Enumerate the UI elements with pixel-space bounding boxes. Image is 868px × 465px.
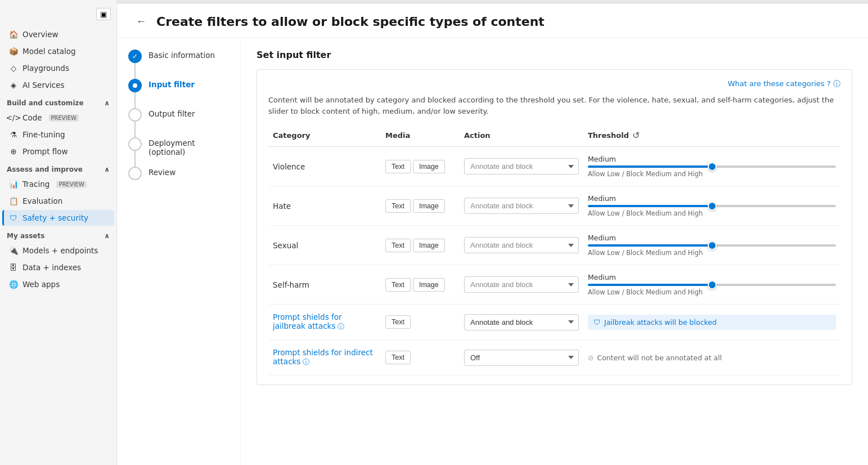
sidebar-item-safety-security[interactable]: 🛡 Safety + security <box>2 210 114 226</box>
action-select[interactable]: Annotate and blockAnnotateOff <box>464 276 579 293</box>
sidebar-item-playgrounds[interactable]: ◇ Playgrounds <box>2 60 114 76</box>
info-icon: ⓘ <box>300 358 309 366</box>
step-circle-completed: ✓ <box>128 50 142 63</box>
sidebar-item-evaluation[interactable]: 📋 Evaluation <box>2 193 114 209</box>
step-indicator: ✓ <box>128 50 142 79</box>
threshold-hint: Allow Low / Block Medium and High <box>588 170 836 178</box>
col-header-action: Action <box>460 126 583 147</box>
media-cell: TextImage <box>381 265 460 305</box>
section-label: My assets <box>7 232 44 240</box>
sidebar-collapse-button[interactable]: ▣ <box>96 8 111 20</box>
action-select[interactable]: Annotate and blockAnnotateOff <box>464 158 579 175</box>
category-cell: Hate <box>268 186 381 226</box>
step-label: Review <box>149 167 176 177</box>
section-title: Set input filter <box>257 50 852 60</box>
indirect-info: ⊘Content will not be annotated at all <box>588 354 836 362</box>
sidebar-item-label: Model catalog <box>23 47 76 56</box>
chevron-up-icon: ∧ <box>104 99 110 107</box>
sidebar-item-label: Tracing <box>23 180 50 189</box>
stepper: ✓ Basic information Input filter <box>117 38 241 465</box>
table-row: SexualTextImageAnnotate and blockAnnotat… <box>268 226 840 265</box>
sidebar-item-prompt-flow[interactable]: ⊕ Prompt flow <box>2 144 114 159</box>
media-button-text[interactable]: Text <box>385 160 411 173</box>
form-content: Set input filter What are these categori… <box>241 38 868 465</box>
sidebar-item-model-catalog[interactable]: 📦 Model catalog <box>2 43 114 59</box>
threshold-slider[interactable] <box>588 205 836 207</box>
sidebar-item-web-apps[interactable]: 🌐 Web apps <box>2 276 114 292</box>
chevron-up-icon: ∧ <box>104 232 110 240</box>
evaluation-icon: 📋 <box>9 196 18 205</box>
sidebar-item-overview[interactable]: 🏠 Overview <box>2 26 114 42</box>
col-header-threshold: Threshold ↺ <box>583 126 840 147</box>
filter-table: Category Media Action Threshold ↺ <box>268 126 840 375</box>
media-button-image[interactable]: Image <box>413 239 445 252</box>
sidebar-toggle-area: ▣ <box>0 5 116 26</box>
collapse-icon: ▣ <box>100 10 107 19</box>
threshold-cell: 🛡Jailbreak attacks will be blocked <box>583 305 840 340</box>
threshold-cell: MediumAllow Low / Block Medium and High <box>583 226 840 265</box>
category-name: Self-harm <box>273 280 309 289</box>
threshold-cell: ⊘Content will not be annotated at all <box>583 340 840 375</box>
shield-icon: 🛡 <box>9 213 18 222</box>
step-circle-active <box>128 79 142 92</box>
media-button-text[interactable]: Text <box>385 239 411 252</box>
indirect-text: Content will not be annotated at all <box>597 354 722 362</box>
media-cell: TextImage <box>381 186 460 226</box>
threshold-slider[interactable] <box>588 244 836 247</box>
sidebar-item-ai-services[interactable]: ◈ AI Services <box>2 77 114 93</box>
step-connector <box>134 92 136 108</box>
ai-services-icon: ◈ <box>9 81 18 90</box>
action-select[interactable]: Annotate and blockAnnotateOff <box>464 237 579 253</box>
section-assess-improve[interactable]: Assess and improve ∧ <box>0 160 116 176</box>
action-cell: Annotate and blockAnnotateOff <box>460 265 583 305</box>
media-button-text[interactable]: Text <box>385 199 411 213</box>
step-indicator <box>128 137 142 167</box>
category-cell: Prompt shields for jailbreak attacks ⓘ <box>268 305 381 340</box>
action-select[interactable]: Annotate and blockAnnotateOff <box>464 350 579 366</box>
data-icon: 🗄 <box>9 263 18 272</box>
table-row: ViolenceTextImageAnnotate and blockAnnot… <box>268 147 840 186</box>
media-cell: Text <box>381 305 460 340</box>
shield-check-icon: 🛡 <box>593 318 601 327</box>
content-area: ✓ Basic information Input filter <box>117 38 868 465</box>
web-apps-icon: 🌐 <box>9 280 18 289</box>
help-link[interactable]: What are these categories ? <box>728 79 831 88</box>
media-button-image[interactable]: Image <box>413 199 445 213</box>
back-button[interactable]: ← <box>133 15 150 29</box>
media-cell: TextImage <box>381 226 460 265</box>
media-button-text[interactable]: Text <box>385 315 411 329</box>
page-title: Create filters to allow or block specifi… <box>156 15 545 29</box>
step-circle-pending <box>128 108 142 122</box>
action-cell: Annotate and blockAnnotateOff <box>460 340 583 375</box>
step-basic-info: ✓ Basic information <box>128 50 229 79</box>
threshold-slider[interactable] <box>588 284 836 286</box>
threshold-reset-button[interactable]: ↺ <box>632 130 640 141</box>
category-name[interactable]: Prompt shields for indirect attacks ⓘ <box>273 348 373 366</box>
section-my-assets[interactable]: My assets ∧ <box>0 226 116 242</box>
threshold-slider[interactable] <box>588 166 836 168</box>
info-text: Content will be annotated by category an… <box>268 95 840 117</box>
sidebar-item-models-endpoints[interactable]: 🔌 Models + endpoints <box>2 243 114 258</box>
media-button-text[interactable]: Text <box>385 278 411 292</box>
jailbreak-info: 🛡Jailbreak attacks will be blocked <box>588 315 836 330</box>
media-button-image[interactable]: Image <box>413 278 445 292</box>
category-name[interactable]: Prompt shields for jailbreak attacks ⓘ <box>273 312 344 330</box>
page-header: ← Create filters to allow or block speci… <box>117 3 868 38</box>
category-cell: Prompt shields for indirect attacks ⓘ <box>268 340 381 375</box>
sidebar-item-code[interactable]: </> Code PREVIEW <box>2 110 114 126</box>
step-indicator <box>128 167 142 180</box>
sidebar-item-tracing[interactable]: 📊 Tracing PREVIEW <box>2 176 114 192</box>
sidebar-item-label: Data + indexes <box>23 263 81 272</box>
table-row: Self-harmTextImageAnnotate and blockAnno… <box>268 265 840 305</box>
sidebar-item-fine-tuning[interactable]: ⚗ Fine-tuning <box>2 127 114 142</box>
media-button-text[interactable]: Text <box>385 351 411 364</box>
action-select[interactable]: Annotate and blockAnnotateOff <box>464 198 579 214</box>
prompt-flow-icon: ⊕ <box>9 147 18 156</box>
section-build-customize[interactable]: Build and customize ∧ <box>0 93 116 109</box>
media-button-image[interactable]: Image <box>413 160 445 173</box>
action-select[interactable]: Annotate and blockAnnotateOff <box>464 314 579 330</box>
col-header-category: Category <box>268 126 381 147</box>
sidebar-item-label: Prompt flow <box>23 147 68 156</box>
sidebar-item-data-indexes[interactable]: 🗄 Data + indexes <box>2 260 114 275</box>
sidebar-item-label: Models + endpoints <box>23 246 98 255</box>
